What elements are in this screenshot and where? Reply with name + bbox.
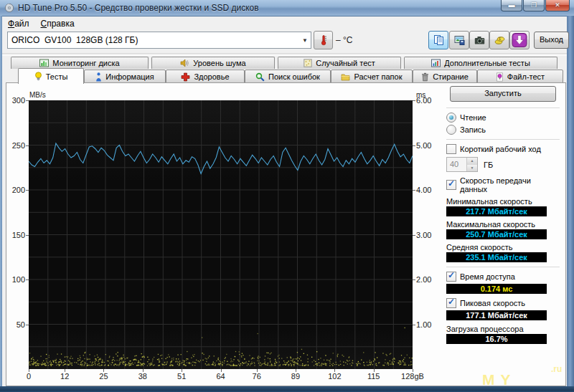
tab-label: Здоровье [194, 72, 229, 81]
burst-rate-row[interactable]: Пиковая скорость [446, 298, 560, 308]
tab-tests[interactable]: Тесты [18, 68, 84, 84]
donate-button[interactable]: $ [489, 31, 509, 49]
x-tick-mark [413, 369, 413, 372]
transfer-rate-row[interactable]: Скорость передачи данных [446, 176, 560, 193]
y-left-tick-label: 200 [0, 186, 25, 194]
short-stroke-checkbox[interactable] [446, 144, 456, 154]
x-tick-mark [182, 369, 182, 372]
camera-icon [474, 36, 485, 45]
avg-speed-label: Средняя скорость [446, 243, 560, 252]
y-right-tick-label: 5.00 [416, 141, 431, 150]
menu-file[interactable]: Файл [2, 17, 35, 30]
toolbar-separator [2, 53, 567, 56]
x-axis-tick-label: 89 [291, 372, 300, 381]
read-radio[interactable] [446, 113, 456, 123]
info-icon [95, 72, 102, 82]
benchmark-plot [29, 100, 413, 369]
transfer-rate-checkbox[interactable] [446, 180, 456, 190]
spinner-up-icon[interactable]: ▲ [467, 158, 477, 165]
y-tick-mark [413, 325, 415, 325]
x-tick-mark [65, 369, 65, 372]
short-stroke-label: Короткий рабочий ход [460, 145, 541, 153]
maximize-button[interactable]: ❐ [523, 0, 545, 11]
hd-tune-window: HD Tune Pro 5.50 - Средство проверки жес… [0, 0, 574, 392]
y-left-unit-label: MB/s [29, 91, 46, 99]
x-tick-mark [296, 369, 296, 372]
tab-noise-level[interactable]: Уровень шума [151, 57, 275, 69]
tab-label: Поиск ошибок [268, 72, 320, 81]
x-tick-mark [257, 369, 258, 372]
x-axis-tick-label: 115 [367, 372, 380, 381]
bulb-icon [34, 72, 42, 82]
trash-icon [421, 72, 429, 82]
y-tick-mark [413, 190, 415, 191]
window-frame-right [567, 16, 574, 387]
read-radio-row[interactable]: Чтение [446, 113, 560, 123]
tab-information[interactable]: Информация [84, 70, 166, 84]
min-speed-label: Минимальная скорость [446, 197, 560, 206]
y-left-tick-label: 150 [0, 231, 25, 239]
tab-erase[interactable]: Стирание [413, 70, 477, 84]
burst-rate-label: Пиковая скорость [460, 299, 525, 307]
x-axis-tick-label: 76 [253, 372, 261, 381]
minimize-button[interactable]: ▬ [501, 0, 522, 11]
exit-button[interactable]: Выход [534, 32, 569, 49]
transfer-rate-label: Скорость передачи данных [460, 176, 560, 193]
watermark-text: MY [482, 371, 517, 388]
x-tick-mark [103, 369, 104, 372]
close-button[interactable]: ✕ [545, 0, 570, 11]
size-spinner[interactable]: 40 ▲ ▼ [446, 157, 478, 172]
access-time-value: 0.174 мс [446, 284, 547, 294]
tab-disk-monitor[interactable]: Мониторинг диска [11, 57, 149, 69]
drive-selector-value: ORICO GV100 128GB (128 ГБ) [8, 35, 299, 45]
y-tick-mark [413, 145, 415, 146]
tab-error-scan[interactable]: Поиск ошибок [245, 70, 331, 84]
menu-help[interactable]: Справка [35, 17, 80, 30]
y-tick-mark [26, 100, 29, 101]
tab-label: Стирание [433, 72, 469, 81]
avg-speed-value: 235.1 Мбайт/сек [446, 252, 547, 262]
coins-icon: $ [494, 35, 505, 45]
separator [446, 139, 560, 140]
tab-label: Информация [105, 72, 154, 81]
magnifier-icon [255, 72, 265, 82]
tab-random-test[interactable]: Случайный тест [278, 57, 401, 69]
burst-rate-value: 177.1 Мбайт/сек [446, 310, 547, 320]
min-speed-value: 217.7 Мбайт/сек [446, 206, 547, 216]
x-tick-mark [374, 369, 375, 372]
y-right-tick-label: 1.00 [416, 320, 431, 329]
screenshot-button[interactable] [469, 31, 489, 49]
read-radio-label: Чтение [460, 113, 486, 122]
short-stroke-row[interactable]: Короткий рабочий ход [446, 144, 560, 154]
tab-file-benchmark[interactable]: Файл-тест [477, 70, 563, 84]
copy-icon [433, 34, 444, 46]
svg-text:$: $ [499, 37, 501, 41]
copy-button[interactable] [428, 31, 448, 49]
cpu-usage-value: 16.7% [446, 334, 547, 344]
spinner-down-icon[interactable]: ▼ [467, 165, 477, 172]
y-left-tick-label: 250 [0, 141, 25, 150]
tab-folder-usage[interactable]: Расчет папок [331, 70, 413, 84]
download-button[interactable] [509, 31, 530, 49]
purple-bulb-icon [496, 72, 504, 82]
write-radio[interactable] [446, 125, 456, 135]
x-tick-mark [221, 369, 222, 372]
separator [446, 107, 560, 108]
save-image-button[interactable] [449, 31, 469, 49]
y-left-tick-label: 50 [0, 320, 25, 329]
temperature-button[interactable] [314, 31, 333, 49]
access-time-row[interactable]: Время доступа [446, 272, 560, 282]
folder-icon [341, 73, 350, 81]
drive-selector[interactable]: ORICO GV100 128GB (128 ГБ) ▼ [7, 32, 311, 49]
x-axis-tick-label: 128gB [401, 372, 424, 381]
burst-rate-checkbox[interactable] [446, 298, 456, 308]
max-speed-label: Максимальная скорость [446, 220, 560, 229]
cpu-usage-label: Загрузка процессора [446, 325, 560, 333]
random-test-icon [304, 59, 312, 67]
max-speed-value: 250.7 Мбайт/сек [446, 229, 547, 239]
tab-health[interactable]: Здоровье [166, 70, 245, 84]
write-radio-row[interactable]: Запись [446, 125, 560, 135]
start-button[interactable]: Запустить [450, 86, 556, 102]
tab-extra-tests[interactable]: Дополнительные тесты [404, 57, 557, 69]
access-time-checkbox[interactable] [446, 272, 456, 282]
